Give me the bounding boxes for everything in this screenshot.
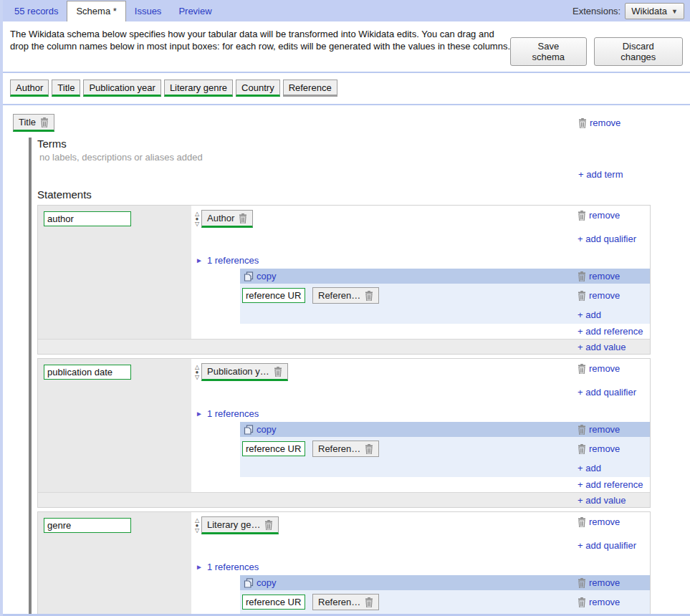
item-subject-chip[interactable]: Title: [13, 114, 54, 132]
reference-copy-row: copy remove: [240, 422, 650, 437]
trash-icon: [578, 118, 587, 128]
tab-issues[interactable]: Issues: [126, 1, 171, 21]
tab-schema[interactable]: Schema *: [67, 1, 125, 21]
add-term-link[interactable]: + add term: [578, 169, 623, 180]
reference-property-input[interactable]: [242, 441, 305, 456]
column-chips-row: Author Title Publication year Literary g…: [3, 73, 690, 104]
statement-group: △●▽ Literary ge… remove + add qual: [37, 511, 651, 616]
value-column-chip[interactable]: Literary ge…: [201, 516, 279, 534]
statement-group: △●▽ Publication y… remove + add qu: [37, 358, 651, 508]
remove-statement-link[interactable]: remove: [589, 363, 620, 374]
statement-property-panel: [38, 359, 191, 492]
add-value-bar: + add value: [38, 492, 650, 507]
remove-item-link[interactable]: remove: [590, 117, 620, 128]
add-reference-link[interactable]: + add reference: [578, 479, 643, 490]
reference-copy-row: copy remove: [240, 269, 650, 284]
remove-reference-link[interactable]: remove: [589, 424, 620, 435]
drag-handle-icon[interactable]: △●▽: [193, 365, 201, 380]
value-column-label: Publication y…: [207, 366, 269, 377]
references-toggle-label[interactable]: 1 references: [207, 562, 259, 572]
remove-statement-link[interactable]: remove: [589, 516, 620, 527]
references-toggle-label[interactable]: 1 references: [207, 255, 259, 266]
property-input[interactable]: [44, 365, 131, 380]
add-value-link[interactable]: + add value: [578, 495, 626, 506]
trash-icon[interactable]: [239, 213, 247, 223]
add-snak-link[interactable]: + add: [578, 309, 601, 320]
reference-body: Referen… remove + add: [240, 590, 650, 616]
column-chip-author[interactable]: Author: [10, 80, 49, 97]
add-qualifier-link[interactable]: + add qualifier: [578, 387, 636, 398]
item-body: Terms no labels, descriptions or aliases…: [29, 138, 651, 616]
trash-icon: [578, 444, 586, 454]
trash-icon: [578, 291, 586, 301]
discard-changes-button[interactable]: Discard changes: [594, 37, 683, 66]
value-column-label: Author: [207, 213, 234, 223]
extensions-selected: Wikidata: [631, 6, 667, 16]
trash-icon[interactable]: [40, 117, 49, 127]
trash-icon[interactable]: [365, 444, 373, 454]
column-chip-publication-year[interactable]: Publication year: [83, 80, 161, 97]
column-chip-literary-genre[interactable]: Literary genre: [164, 80, 233, 97]
references-toggle-label[interactable]: 1 references: [207, 408, 259, 419]
remove-reference-snak-link[interactable]: remove: [589, 597, 620, 607]
item-subject-label: Title: [19, 117, 36, 127]
statement-property-panel: [38, 206, 191, 339]
trash-icon[interactable]: [264, 520, 273, 530]
schema-description: The Wikidata schema below specifies how …: [10, 28, 510, 66]
value-column-chip[interactable]: Author: [201, 210, 253, 228]
copy-icon[interactable]: [244, 271, 254, 281]
reference-value-chip[interactable]: Referen…: [312, 441, 379, 457]
reference-value-chip[interactable]: Referen…: [312, 594, 379, 610]
add-value-link[interactable]: + add value: [578, 342, 626, 352]
reference-value-label: Referen…: [318, 597, 360, 607]
property-input[interactable]: [44, 518, 131, 533]
add-qualifier-link[interactable]: + add qualifier: [578, 234, 636, 244]
save-schema-button[interactable]: Save schema: [510, 37, 586, 66]
drag-handle-icon[interactable]: △●▽: [193, 518, 201, 533]
trash-icon: [578, 211, 586, 221]
reference-value-label: Referen…: [318, 443, 360, 454]
add-value-bar: + add value: [38, 339, 650, 354]
trash-icon[interactable]: [365, 597, 373, 607]
trash-icon: [578, 271, 586, 281]
copy-reference-link[interactable]: copy: [257, 271, 276, 281]
triangle-right-icon: ►: [196, 410, 203, 418]
trash-icon[interactable]: [274, 367, 282, 377]
column-chip-title[interactable]: Title: [52, 80, 80, 97]
column-chip-reference[interactable]: Reference: [283, 80, 337, 97]
copy-icon[interactable]: [244, 425, 254, 435]
statement-group: △●▽ Author remove + add qualifier: [37, 205, 651, 355]
add-snak-link[interactable]: + add: [578, 463, 601, 473]
reference-property-input[interactable]: [242, 595, 305, 610]
tab-records[interactable]: 55 records: [6, 1, 67, 21]
reference-value-chip[interactable]: Referen…: [312, 287, 379, 304]
copy-icon[interactable]: [244, 578, 254, 588]
remove-reference-link[interactable]: remove: [589, 271, 620, 281]
copy-reference-link[interactable]: copy: [257, 577, 276, 588]
triangle-right-icon: ►: [196, 563, 203, 571]
trash-icon: [578, 425, 586, 435]
reference-property-input[interactable]: [242, 288, 305, 303]
remove-reference-snak-link[interactable]: remove: [589, 443, 620, 454]
value-column-chip[interactable]: Publication y…: [201, 363, 288, 381]
references-toggle[interactable]: ► 1 references: [196, 559, 650, 574]
tab-preview[interactable]: Preview: [170, 1, 220, 21]
remove-reference-link[interactable]: remove: [589, 577, 620, 588]
openrefine-wikidata-schema-page: { "tabs": { "records": "55 records", "sc…: [0, 0, 690, 616]
column-chip-country[interactable]: Country: [236, 80, 280, 97]
schema-editor: Title remove Terms no labels, descriptio…: [3, 105, 690, 616]
property-input[interactable]: [44, 211, 131, 226]
extensions-label: Extensions:: [572, 6, 620, 16]
drag-handle-icon[interactable]: △●▽: [193, 211, 201, 226]
trash-icon[interactable]: [365, 291, 373, 301]
triangle-right-icon: ►: [196, 256, 203, 264]
references-toggle[interactable]: ► 1 references: [196, 253, 650, 267]
add-reference-link[interactable]: + add reference: [578, 326, 643, 337]
references-toggle[interactable]: ► 1 references: [196, 406, 650, 420]
terms-empty-note: no labels, descriptions or aliases added: [39, 152, 651, 163]
remove-reference-snak-link[interactable]: remove: [589, 290, 620, 301]
remove-statement-link[interactable]: remove: [589, 210, 620, 221]
add-qualifier-link[interactable]: + add qualifier: [578, 540, 636, 551]
copy-reference-link[interactable]: copy: [257, 424, 276, 435]
extensions-dropdown[interactable]: Wikidata ▼: [625, 3, 684, 19]
